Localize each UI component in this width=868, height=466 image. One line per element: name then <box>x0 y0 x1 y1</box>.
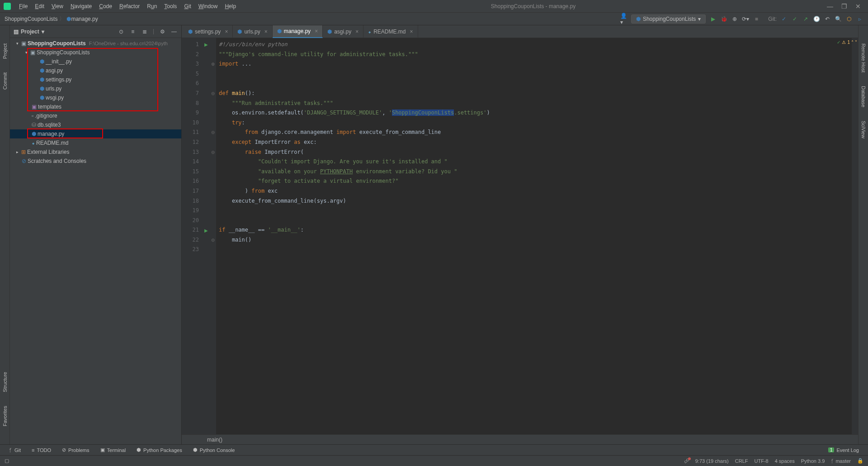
tree-gitignore[interactable]: ▫.gitignore <box>10 111 181 120</box>
settings-icon[interactable]: ⚙ <box>159 28 166 35</box>
tab-close-icon[interactable]: × <box>410 29 413 35</box>
stop-icon[interactable]: ■ <box>753 15 760 23</box>
menu-git[interactable]: Git <box>180 3 194 10</box>
debug-icon[interactable]: 🐞 <box>720 15 727 23</box>
tree-root[interactable]: ▾ ▣ ShoppingCouponLists F:\OneDrive - sh… <box>10 39 181 48</box>
menu-refactor[interactable]: Refactor <box>116 3 143 10</box>
expand-all-icon[interactable]: ≡ <box>129 28 137 35</box>
tree-manage[interactable]: ⬢manage.py <box>10 129 181 138</box>
tool-window-toggle-icon[interactable]: ▢ <box>5 458 9 464</box>
tree-file[interactable]: ⬢settings.py <box>10 75 181 84</box>
git-commit-icon[interactable]: ✓ <box>791 15 798 23</box>
tab-close-icon[interactable]: × <box>264 29 268 35</box>
inspection-stripe[interactable]: ✓⚠1˄˅ <box>852 38 858 434</box>
tab[interactable]: ⬢urls.py× <box>233 25 272 38</box>
tab-sciview[interactable]: SciView <box>861 121 866 138</box>
select-opened-icon[interactable]: ⊙ <box>118 28 125 35</box>
menu-window[interactable]: Window <box>195 3 222 10</box>
notification-icon[interactable]: 🗪 <box>684 458 689 464</box>
tree-ext-lib[interactable]: ▸⊞External Libraries <box>10 147 181 157</box>
menu-edit[interactable]: Edit <box>31 3 48 10</box>
tool-pyconsole[interactable]: ⬢ Python Console <box>193 447 235 453</box>
tool-problems[interactable]: ⊘ Problems <box>62 447 89 453</box>
menu-code[interactable]: Code <box>95 3 116 10</box>
tab-structure[interactable]: Structure <box>2 372 8 392</box>
lock-icon[interactable]: 🔒 <box>857 458 863 464</box>
minimize-icon[interactable]: — <box>827 3 833 10</box>
bottom-tool-bar: ᚶ Git ≡ TODO ⊘ Problems ▣ Terminal ⬢ Pyt… <box>0 444 868 455</box>
crumb-project[interactable]: ShoppingCouponLists <box>5 16 57 22</box>
menu-file[interactable]: File <box>15 3 31 10</box>
tab-database[interactable]: Database <box>861 86 866 107</box>
user-icon[interactable]: 👤▾ <box>620 15 627 23</box>
tree-file[interactable]: ⬢wsgi.py <box>10 93 181 102</box>
git-rollback-icon[interactable]: ↶ <box>824 15 831 23</box>
code-breadcrumb[interactable]: main() <box>182 434 858 444</box>
status-position[interactable]: 9:73 (19 chars) <box>695 458 729 464</box>
tool-pypkg[interactable]: ⬢ Python Packages <box>137 447 182 453</box>
menu-tools[interactable]: Tools <box>160 3 180 10</box>
crumb-file[interactable]: manage.py <box>71 16 98 22</box>
menu-help[interactable]: Help <box>221 3 240 10</box>
status-python[interactable]: Python 3.9 <box>801 458 825 464</box>
menu-navigate[interactable]: Navigate <box>67 3 95 10</box>
chevron-down-icon[interactable]: ˅ <box>855 40 857 45</box>
tab-close-icon[interactable]: × <box>355 29 359 35</box>
status-encoding[interactable]: UTF-8 <box>755 458 769 464</box>
tab[interactable]: ⬢settings.py× <box>184 25 233 38</box>
tree-scratch[interactable]: ⊘Scratches and Consoles <box>10 157 181 166</box>
tool-terminal[interactable]: ▣ Terminal <box>100 447 126 453</box>
run-icon[interactable]: ▶ <box>709 15 717 23</box>
tab-active[interactable]: ⬢manage.py× <box>273 25 323 38</box>
code-with-me-icon[interactable]: ▹ <box>856 15 863 23</box>
project-panel-title[interactable]: ▤ Project ▾ <box>14 29 44 35</box>
tab-close-icon[interactable]: × <box>225 29 228 35</box>
search-icon[interactable]: 🔍 <box>835 15 842 23</box>
menu-run[interactable]: Run <box>143 3 160 10</box>
tool-git[interactable]: ᚶ Git <box>9 447 21 453</box>
close-icon[interactable]: ✕ <box>855 3 861 10</box>
status-branch[interactable]: ᚶ master <box>831 458 851 464</box>
tool-todo[interactable]: ≡ TODO <box>32 447 51 453</box>
git-update-icon[interactable]: ✓ <box>780 15 788 23</box>
maximize-icon[interactable]: ❐ <box>841 3 847 10</box>
tree-file[interactable]: ⬢urls.py <box>10 84 181 93</box>
tab[interactable]: ⬢asgi.py× <box>323 25 363 38</box>
git-history-icon[interactable]: 🕐 <box>813 15 820 23</box>
collapse-all-icon[interactable]: ≣ <box>141 28 148 35</box>
tab-project[interactable]: Project <box>2 43 8 59</box>
chevron-right-icon[interactable]: ▸ <box>14 150 20 154</box>
tree-db[interactable]: ⛁db.sqlite3 <box>10 120 181 129</box>
chevron-up-icon[interactable]: ˄ <box>851 40 854 45</box>
profile-icon[interactable]: ⟳▾ <box>742 15 749 23</box>
tree-file[interactable]: ⬢__init__.py <box>10 57 181 66</box>
run-mark-icon[interactable]: ▶ <box>203 225 210 235</box>
project-tree[interactable]: ▾ ▣ ShoppingCouponLists F:\OneDrive - sh… <box>10 38 181 166</box>
tree-pkg[interactable]: ▾ ▣ ShoppingCouponLists <box>10 48 181 57</box>
code-editor[interactable]: #!/usr/bin/env python """Django's comman… <box>216 38 852 434</box>
git-push-icon[interactable]: ↗ <box>802 15 809 23</box>
tab[interactable]: ⬥README.md× <box>363 25 418 38</box>
status-line-sep[interactable]: CRLF <box>735 458 748 464</box>
py-file-icon: ⬢ <box>237 29 242 35</box>
tree-templates[interactable]: ▣templates <box>10 102 181 111</box>
dropdown-icon: ▾ <box>698 16 701 22</box>
tree-file[interactable]: ⬢asgi.py <box>10 66 181 75</box>
ide-settings-icon[interactable]: ⬡ <box>845 15 853 23</box>
coverage-icon[interactable]: ⊕ <box>731 15 738 23</box>
menu-view[interactable]: View <box>48 3 67 10</box>
run-mark-icon[interactable]: ▶ <box>203 40 210 50</box>
tab-remote-host[interactable]: Remote Host <box>861 43 866 72</box>
status-indent[interactable]: 4 spaces <box>775 458 795 464</box>
fold-column[interactable]: ⊕⊖⊖⊖⊖ <box>210 38 216 434</box>
hide-icon[interactable]: — <box>170 28 178 35</box>
tab-close-icon[interactable]: × <box>315 28 318 34</box>
tab-commit[interactable]: Commit <box>2 72 8 90</box>
menu-bar: File Edit View Navigate Code Refactor Ru… <box>0 0 868 13</box>
chevron-down-icon[interactable]: ▾ <box>14 41 20 46</box>
chevron-down-icon[interactable]: ▾ <box>24 50 29 55</box>
tree-readme[interactable]: ⬥README.md <box>10 138 181 147</box>
tab-favorites[interactable]: Favorites <box>2 406 8 426</box>
run-config-select[interactable]: ⬢ ShoppingCouponLists ▾ <box>631 14 706 24</box>
tool-eventlog[interactable]: 1 Event Log <box>828 447 859 453</box>
